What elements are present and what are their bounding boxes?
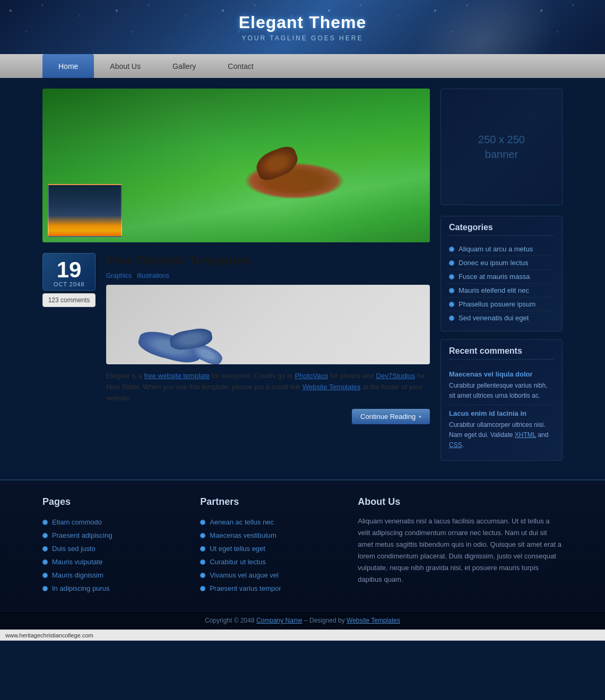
- list-item: Etiam commodo: [42, 515, 179, 529]
- list-item: Donec eu ipsum lectus: [449, 256, 554, 270]
- footer-templates-link[interactable]: Website Templates: [347, 617, 400, 624]
- comment-text-2: Curabitur ullamcorper ultrices nisi. Nam…: [449, 421, 548, 449]
- date-day: 19: [46, 259, 92, 281]
- footer-dot-icon: [42, 520, 48, 525]
- footer-partners-title: Partners: [200, 496, 336, 508]
- footer-company-link[interactable]: Company Name: [256, 617, 302, 624]
- list-item: Sed venenatis dui eget: [449, 311, 554, 325]
- footer-page-link[interactable]: Etiam commodo: [52, 518, 102, 526]
- css-link[interactable]: CSS: [449, 441, 462, 449]
- footer-pages-title: Pages: [42, 496, 179, 508]
- partner-link[interactable]: Maecenas vestibulum: [210, 531, 276, 539]
- footer-page-link[interactable]: Mauris dignissim: [52, 571, 103, 579]
- nav-about[interactable]: About Us: [94, 54, 157, 78]
- list-item: Praesent adipiscing: [42, 529, 179, 542]
- post-categories: Graphics \ Illustrations: [106, 272, 430, 279]
- footer-dot-icon: [200, 586, 205, 591]
- list-item: Mauris vulputate: [42, 555, 179, 568]
- categories-title: Categories: [449, 223, 554, 236]
- cat-link[interactable]: Sed venenatis dui eget: [459, 314, 529, 322]
- comment-link-2[interactable]: Lacus enim id lacinia in: [449, 409, 554, 417]
- footer-dot-icon: [200, 533, 205, 538]
- list-item: Curabitur ut lectus: [200, 555, 336, 568]
- cat-dot-icon: [449, 274, 454, 279]
- post-comments-count[interactable]: 123 comments: [42, 293, 96, 307]
- banner-ad[interactable]: 250 x 250banner: [440, 89, 563, 205]
- footer-dot-icon: [200, 573, 205, 578]
- footer-bar: Copyright © 2048 Company Name – Designed…: [0, 611, 605, 629]
- nav-gallery[interactable]: Gallery: [157, 54, 212, 78]
- site-header: Elegant Theme YOUR TAGLINE GOES HERE: [0, 0, 605, 54]
- cat-link[interactable]: Mauris eleifend elit nec: [459, 286, 529, 294]
- footer-widgets: Pages Etiam commodo Praesent adipiscing …: [0, 479, 605, 611]
- categories-widget: Categories Aliquam ut arcu a metus Donec…: [440, 216, 563, 331]
- footer-dot-icon: [200, 520, 205, 525]
- footer-dot-icon: [42, 533, 48, 538]
- list-item: Phasellus posuere ipsum: [449, 298, 554, 311]
- list-item: Aliquam ut arcu a metus: [449, 242, 554, 256]
- footer-dot-icon: [200, 559, 205, 565]
- partner-link[interactable]: Praesent varius tempor: [210, 584, 281, 592]
- address-bar: www.heritagechristiancollege.com: [0, 629, 605, 641]
- cat-link[interactable]: Fusce at mauris massa: [459, 273, 530, 281]
- site-tagline: YOUR TAGLINE GOES HERE: [239, 34, 367, 42]
- date-box: 19 OCT 2048: [42, 253, 96, 291]
- post-link-dev7[interactable]: Dev7Studios: [376, 372, 416, 380]
- list-item: Praesent varius tempor: [200, 582, 336, 595]
- footer-pages-col: Pages Etiam commodo Praesent adipiscing …: [42, 496, 179, 595]
- list-item: Mauris dignissim: [42, 568, 179, 582]
- list-item: Mauris eleifend elit nec: [449, 284, 554, 298]
- partner-link[interactable]: Curabitur ut lectus: [210, 558, 266, 566]
- list-item: Vivamus vel augue vel: [200, 568, 336, 582]
- footer-about-text: Aliquam venenatis nisl a lacus facilisis…: [358, 515, 563, 586]
- post-featured-image: [106, 285, 430, 364]
- footer-partners-col: Partners Aenean ac tellus nec Maecenas v…: [200, 496, 336, 595]
- cat-link[interactable]: Donec eu ipsum lectus: [459, 259, 529, 267]
- post-link-website-templates[interactable]: Website Templates: [302, 383, 360, 391]
- comment-item: Maecenas vel liqula dolor Curabitur pell…: [449, 366, 554, 405]
- nav-home[interactable]: Home: [42, 54, 94, 78]
- footer-page-link[interactable]: Duis sed justo: [52, 545, 96, 553]
- footer-dot-icon: [200, 546, 205, 552]
- cat-link[interactable]: Aliquam ut arcu a metus: [459, 245, 533, 253]
- post-cat-graphics[interactable]: Graphics: [106, 272, 132, 279]
- post-link-template[interactable]: free website template: [144, 372, 210, 380]
- footer-dot-icon: [42, 573, 48, 578]
- cat-link[interactable]: Phasellus posuere ipsum: [459, 300, 535, 308]
- footer-about-title: About Us: [358, 496, 563, 508]
- blog-post: 19 OCT 2048 123 comments Free Website Te…: [42, 253, 430, 424]
- partner-link[interactable]: Aenean ac tellus nec: [210, 518, 274, 526]
- footer-page-link[interactable]: In adipiscing purus: [52, 584, 109, 592]
- partner-link[interactable]: Vivamus vel augue vel: [210, 571, 279, 579]
- content-area: 19 OCT 2048 123 comments Free Website Te…: [42, 89, 430, 469]
- post-link-photovaco[interactable]: PhotoVaco: [295, 372, 329, 380]
- image-slider[interactable]: [42, 89, 430, 242]
- continue-reading-button[interactable]: Continue Reading: [352, 409, 430, 424]
- cat-dot-icon: [449, 288, 454, 293]
- nav-contact[interactable]: Contact: [212, 54, 269, 78]
- post-cat-illustrations[interactable]: Illustrations: [137, 272, 169, 279]
- cat-dot-icon: [449, 260, 454, 266]
- footer-about-col: About Us Aliquam venenatis nisl a lacus …: [358, 496, 563, 595]
- list-item: Maecenas vestibulum: [200, 529, 336, 542]
- footer-partners-list: Aenean ac tellus nec Maecenas vestibulum…: [200, 515, 336, 595]
- recent-comments-widget: Recent comments Maecenas vel liqula dolo…: [440, 339, 563, 461]
- site-title: Elegant Theme: [239, 13, 367, 32]
- footer-page-link[interactable]: Mauris vulputate: [52, 558, 102, 566]
- list-item: Aenean ac tellus nec: [200, 515, 336, 529]
- comment-item: Lacus enim id lacinia in Curabitur ullam…: [449, 405, 554, 454]
- date-month-year: OCT 2048: [46, 281, 92, 287]
- slider-thumbnail: [48, 184, 122, 237]
- footer-page-link[interactable]: Praesent adipiscing: [52, 531, 112, 539]
- xhtml-link[interactable]: XHTML: [515, 431, 536, 439]
- post-date-sidebar: 19 OCT 2048 123 comments: [42, 253, 96, 424]
- partner-link[interactable]: Ut eget tellus eget: [210, 545, 265, 553]
- footer-pages-list: Etiam commodo Praesent adipiscing Duis s…: [42, 515, 179, 595]
- header-title-block: Elegant Theme YOUR TAGLINE GOES HERE: [239, 13, 367, 42]
- comment-link-1[interactable]: Maecenas vel liqula dolor: [449, 370, 554, 378]
- comment-text-1: Curabitur pellentesque varius nibh, sit …: [449, 382, 547, 399]
- main-wrapper: 19 OCT 2048 123 comments Free Website Te…: [0, 78, 605, 479]
- categories-list: Aliquam ut arcu a metus Donec eu ipsum l…: [449, 242, 554, 325]
- list-item: Duis sed justo: [42, 542, 179, 555]
- post-body-text: Elegant is a free website template for e…: [106, 371, 430, 404]
